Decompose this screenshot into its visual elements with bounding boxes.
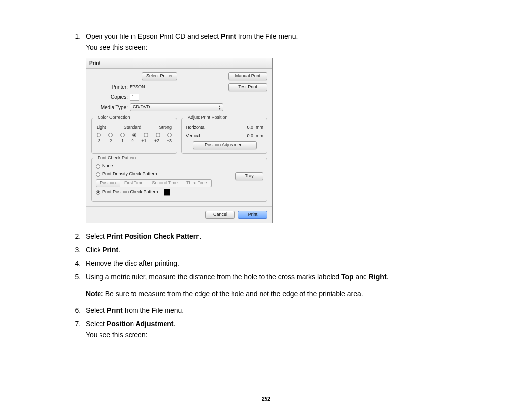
second-time-button[interactable]: Second Time (148, 179, 183, 187)
media-type-label: Media Type: (98, 104, 128, 112)
color-swatch[interactable] (164, 189, 170, 196)
text: . (173, 320, 175, 328)
step-1: Open your file in Epson Print CD and sel… (83, 32, 468, 223)
third-time-button[interactable]: Third Time (182, 179, 212, 187)
pattern-density-label: Print Density Check Pattern (102, 171, 157, 178)
bold-text: Top (341, 273, 354, 281)
text: from the File menu. (123, 307, 184, 314)
text: Using a metric ruler, measure the distan… (86, 273, 341, 281)
first-time-button[interactable]: First Time (120, 179, 148, 187)
print-dialog: Print Select Printer Manual Print Printe… (86, 58, 273, 223)
instruction-list: Open your file in Epson Print CD and sel… (64, 32, 468, 341)
pattern-none-label: None (102, 163, 113, 170)
pos-horizontal-value: 0.0 (247, 125, 253, 130)
text: and (354, 273, 369, 281)
tray-button[interactable]: Tray (235, 172, 263, 180)
bold-text: Position Adjustment (107, 320, 174, 328)
cc-radio-p3[interactable] (167, 133, 172, 137)
cc-radio-p1[interactable] (144, 133, 148, 137)
text: You see this screen: (86, 330, 468, 341)
pattern-density-radio[interactable] (96, 172, 100, 177)
pattern-position-radio[interactable] (96, 190, 100, 195)
cc-standard-label: Standard (124, 124, 142, 131)
pos-vertical-value: 0.0 (247, 133, 253, 138)
print-check-pattern-group: Print Check Pattern None Print Density C… (91, 158, 267, 202)
step-6: Select Print from the File menu. (83, 306, 468, 316)
text: Remove the disc after printing. (86, 259, 179, 267)
document-page: Open your file in Epson Print CD and sel… (0, 0, 532, 403)
text: . (200, 232, 202, 240)
step-7: Select Position Adjustment. You see this… (83, 319, 468, 340)
cc-strong-label: Strong (159, 124, 172, 131)
cc-radio-0[interactable] (132, 133, 136, 137)
test-print-button[interactable]: Test Print (228, 83, 267, 91)
chevron-updown-icon: ▴▾ (219, 105, 221, 110)
select-printer-button[interactable]: Select Printer (142, 72, 177, 80)
media-type-select[interactable]: CD/DVD ▴▾ (130, 103, 223, 111)
position-adjustment-button[interactable]: Position Adjustment (193, 141, 257, 149)
pos-unit: mm (256, 133, 263, 138)
bold-text: Right (369, 273, 387, 281)
pattern-position-label: Print Position Check Pattern (102, 189, 158, 196)
bold-print: Print (221, 33, 236, 40)
cc-radio-m3[interactable] (97, 133, 101, 137)
copies-input[interactable]: 1 (130, 94, 139, 101)
position-seg-label: Position (96, 179, 120, 187)
text: . (118, 246, 120, 254)
text: Select (86, 307, 107, 314)
cc-val-m2: -2 (108, 138, 112, 145)
step-3: Click Print. (83, 245, 468, 256)
step-4: Remove the disc after printing. (83, 258, 468, 269)
copies-label: Copies: (108, 93, 128, 101)
dialog-title: Print (86, 58, 272, 68)
pos-horizontal-label: Horizontal (186, 124, 206, 131)
cc-val-0: 0 (132, 138, 134, 145)
text: Click (86, 246, 102, 254)
page-number: 252 (64, 395, 468, 403)
adjust-position-legend: Adjust Print Position (186, 114, 230, 121)
printer-value: EPSON (130, 84, 145, 91)
text: You see this screen: (86, 42, 468, 53)
cancel-button[interactable]: Cancel (205, 211, 235, 219)
color-correction-group: Color Correction Light Standard Strong (91, 114, 177, 154)
pos-unit: mm (256, 125, 263, 130)
cc-light-label: Light (97, 124, 106, 131)
note-label: Note: (86, 290, 103, 298)
text: Select (86, 232, 107, 240)
cc-radio-m2[interactable] (108, 133, 113, 137)
text: Open your file in Epson Print CD and sel… (86, 33, 221, 40)
cc-val-p3: +3 (167, 138, 172, 145)
cc-radio-m1[interactable] (120, 133, 125, 137)
color-correction-legend: Color Correction (96, 114, 132, 121)
manual-print-button[interactable]: Manual Print (228, 72, 267, 80)
media-type-value: CD/DVD (133, 104, 150, 111)
cc-val-m3: -3 (97, 138, 100, 145)
bold-text: Print (102, 246, 118, 254)
cc-val-m1: -1 (120, 138, 124, 145)
printer-label: Printer: (108, 83, 128, 91)
print-button[interactable]: Print (238, 211, 267, 219)
note-text: Be sure to measure from the edge of the … (103, 290, 363, 298)
cc-radio-p2[interactable] (156, 133, 160, 137)
bold-text: Print (107, 307, 123, 314)
bold-text: Print Position Check Pattern (107, 232, 200, 240)
text: . (387, 273, 389, 281)
pattern-none-radio[interactable] (96, 164, 100, 169)
adjust-position-group: Adjust Print Position Horizontal 0.0 mm … (181, 114, 267, 154)
cc-val-p1: +1 (141, 138, 146, 145)
pattern-legend: Print Check Pattern (96, 155, 138, 162)
cc-val-p2: +2 (154, 138, 159, 145)
text: from the File menu. (236, 33, 298, 40)
step-2: Select Print Position Check Pattern. (83, 231, 468, 242)
note: Note: Be sure to measure from the edge o… (86, 289, 468, 300)
text: Select (86, 320, 107, 328)
step-5: Using a metric ruler, measure the distan… (83, 272, 468, 299)
pos-vertical-label: Vertical (186, 133, 200, 139)
